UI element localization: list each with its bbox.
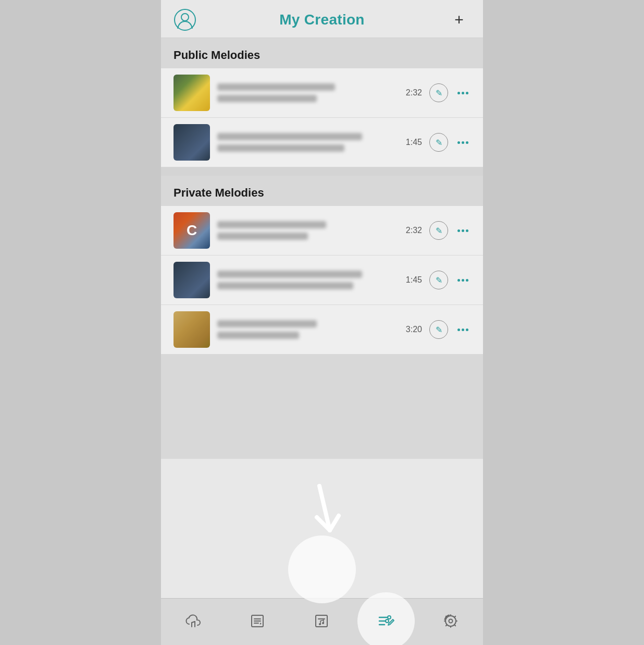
edit-button[interactable]: ✎	[429, 133, 448, 152]
more-button[interactable]	[455, 227, 470, 234]
dot	[457, 92, 460, 94]
app-wrapper: My Creation + Public Melodies 2:32	[161, 0, 483, 645]
dot	[462, 279, 464, 282]
tab-bar	[161, 598, 483, 645]
dot	[462, 328, 464, 331]
track-thumbnail[interactable]	[174, 75, 210, 111]
phone-container: My Creation + Public Melodies 2:32	[161, 0, 483, 645]
edit-button[interactable]: ✎	[429, 221, 448, 240]
track-subtitle-blurred	[217, 233, 308, 240]
edit-button[interactable]: ✎	[429, 320, 448, 339]
more-button[interactable]	[455, 326, 470, 333]
track-actions: 1:45 ✎	[406, 271, 470, 289]
track-actions: 2:32 ✎	[406, 83, 470, 102]
playlist-icon	[249, 613, 266, 629]
thumbnail-letter: C	[187, 222, 197, 239]
section-spacer	[161, 167, 483, 176]
edit-icon: ✎	[436, 275, 442, 285]
edit-icon: ✎	[436, 325, 442, 335]
tab-notes[interactable]	[305, 611, 338, 631]
private-melodies-title: Private Melodies	[174, 186, 264, 199]
track-info	[217, 221, 399, 240]
tab-creation[interactable]	[369, 610, 403, 632]
track-info	[217, 83, 399, 102]
track-item: 1:45 ✎	[161, 255, 483, 305]
dot	[457, 141, 460, 144]
edit-icon: ✎	[436, 226, 442, 236]
sunflower-thumbnail	[174, 75, 210, 111]
track-duration: 2:32	[406, 226, 422, 235]
sheet-thumbnail	[174, 311, 210, 348]
track-actions: 2:32 ✎	[406, 221, 470, 240]
tab-cloud-music[interactable]	[177, 611, 210, 631]
content-area: Public Melodies 2:32 ✎	[161, 38, 483, 598]
profile-icon[interactable]	[174, 8, 196, 31]
track-item: 1:45 ✎	[161, 118, 483, 167]
track-title-blurred	[217, 133, 362, 140]
creation-icon-wrap	[377, 612, 395, 630]
dot	[466, 141, 468, 144]
track-thumbnail[interactable]: C	[174, 212, 210, 249]
track-subtitle-blurred	[217, 332, 299, 339]
svg-point-19	[449, 619, 453, 623]
track-info	[217, 271, 399, 289]
track-title-blurred	[217, 320, 317, 327]
dot	[457, 328, 460, 331]
track-duration: 2:32	[406, 88, 422, 98]
edit-button[interactable]: ✎	[429, 83, 448, 102]
header: My Creation +	[161, 0, 483, 38]
track-duration: 1:45	[406, 275, 422, 285]
track-duration: 1:45	[406, 138, 422, 147]
more-button[interactable]	[455, 90, 470, 96]
guitar-thumbnail	[174, 124, 210, 161]
track-info	[217, 133, 399, 152]
track-actions: 3:20 ✎	[406, 320, 470, 339]
track-thumbnail[interactable]	[174, 124, 210, 161]
edit-icon: ✎	[436, 88, 442, 98]
track-duration: 3:20	[406, 325, 422, 334]
dot	[466, 328, 468, 331]
settings-icon	[442, 613, 459, 629]
dot	[457, 229, 460, 232]
dot	[457, 279, 460, 282]
dot	[462, 229, 464, 232]
dot	[466, 229, 468, 232]
dot	[462, 92, 464, 94]
music-notes-icon	[313, 613, 330, 629]
track-thumbnail[interactable]	[174, 311, 210, 348]
track-title-blurred	[217, 221, 326, 228]
track-thumbnail[interactable]	[174, 262, 210, 298]
tab-playlist[interactable]	[241, 611, 274, 631]
track-subtitle-blurred	[217, 282, 353, 289]
more-button[interactable]	[455, 277, 470, 284]
add-button[interactable]: +	[448, 8, 470, 31]
edit-icon: ✎	[436, 138, 442, 148]
svg-point-20	[445, 616, 456, 626]
tab-settings[interactable]	[434, 611, 467, 631]
public-melodies-section-header: Public Melodies	[161, 38, 483, 68]
svg-point-12	[319, 623, 321, 625]
creation-icon	[377, 612, 395, 630]
svg-point-13	[322, 622, 324, 624]
svg-point-1	[181, 14, 189, 21]
dot	[466, 92, 468, 94]
more-button[interactable]	[455, 139, 470, 146]
track-actions: 1:45 ✎	[406, 133, 470, 152]
public-melodies-title: Public Melodies	[174, 48, 260, 62]
track-title-blurred	[217, 271, 362, 278]
svg-point-18	[386, 619, 389, 623]
track-subtitle-blurred	[217, 95, 317, 102]
track-title-blurred	[217, 83, 335, 91]
dot	[462, 141, 464, 144]
bottom-area	[161, 355, 483, 459]
track-item: 3:20 ✎	[161, 305, 483, 355]
edit-button[interactable]: ✎	[429, 271, 448, 289]
svg-point-17	[388, 616, 391, 619]
cloud-music-icon	[185, 613, 202, 629]
track-subtitle-blurred	[217, 144, 344, 152]
c-gradient-thumbnail: C	[174, 212, 210, 249]
track-item: 2:32 ✎	[161, 68, 483, 118]
page-title: My Creation	[279, 11, 365, 28]
track-item: C 2:32 ✎	[161, 206, 483, 255]
dot	[466, 279, 468, 282]
